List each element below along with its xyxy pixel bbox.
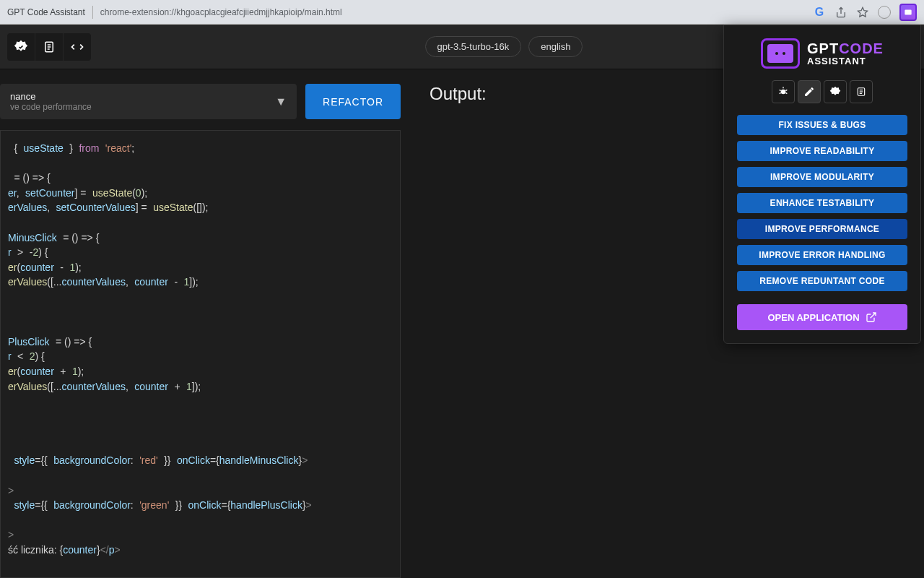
star-icon[interactable] bbox=[856, 6, 869, 19]
tab-title: GPT Code Assistant bbox=[7, 7, 85, 17]
url-text: chrome-extension://khgoacplacgieafcjiied… bbox=[100, 7, 806, 17]
verified-mode-icon[interactable] bbox=[7, 33, 35, 61]
improve-readability-button[interactable]: IMPROVE READABILITY bbox=[737, 141, 907, 161]
logo-robot-icon bbox=[761, 38, 800, 69]
profile-icon[interactable] bbox=[878, 6, 891, 19]
dropdown-text: nance ve code performance bbox=[10, 91, 92, 112]
document-mode-icon[interactable] bbox=[35, 33, 63, 61]
bug-icon[interactable] bbox=[772, 80, 795, 103]
input-column: nance ve code performance ▼ REFACTOR { u… bbox=[0, 84, 401, 578]
svg-line-10 bbox=[780, 92, 781, 93]
extension-logo: GPTCODE ASSISTANT bbox=[737, 38, 907, 69]
improve-performance-button[interactable]: IMPROVE PERFORMANCE bbox=[737, 219, 907, 239]
list-icon[interactable] bbox=[850, 80, 873, 103]
extension-mode-icons bbox=[737, 80, 907, 103]
logo-text: GPTCODE ASSISTANT bbox=[807, 41, 884, 66]
action-dropdown[interactable]: nance ve code performance ▼ bbox=[0, 84, 297, 119]
code-editor[interactable]: { useState } from 'react'; = () => { er,… bbox=[0, 130, 401, 578]
language-selector[interactable]: english bbox=[528, 36, 583, 57]
share-icon[interactable] bbox=[834, 6, 847, 19]
svg-rect-1 bbox=[905, 9, 911, 14]
svg-marker-0 bbox=[858, 7, 867, 17]
improve-error-handling-button[interactable]: IMPROVE ERROR HANDLING bbox=[737, 245, 907, 265]
logo-code-text: CODE bbox=[839, 40, 884, 56]
code-mode-icon[interactable] bbox=[64, 33, 91, 61]
edit-icon[interactable] bbox=[798, 80, 821, 103]
google-icon[interactable]: G bbox=[813, 6, 826, 19]
logo-gpt-text: GPT bbox=[807, 40, 839, 56]
model-selector[interactable]: gpt-3.5-turbo-16k bbox=[425, 36, 522, 57]
svg-line-8 bbox=[780, 90, 781, 90]
extension-popup: GPTCODE ASSISTANT FIX ISSUES & BUGS IMPR… bbox=[723, 25, 921, 344]
verified-icon[interactable] bbox=[824, 80, 847, 103]
external-link-icon bbox=[866, 311, 877, 323]
enhance-testability-button[interactable]: ENHANCE TESTABILITY bbox=[737, 193, 907, 213]
open-app-label: OPEN APPLICATION bbox=[767, 312, 859, 323]
logo-assistant-text: ASSISTANT bbox=[807, 56, 884, 66]
extension-icon[interactable] bbox=[899, 4, 917, 21]
chevron-down-icon: ▼ bbox=[275, 95, 287, 108]
open-application-button[interactable]: OPEN APPLICATION bbox=[737, 304, 907, 330]
svg-point-6 bbox=[781, 90, 786, 95]
dropdown-label: nance bbox=[10, 91, 92, 102]
browser-action-icons: G bbox=[813, 4, 917, 21]
fix-issues-button[interactable]: FIX ISSUES & BUGS bbox=[737, 115, 907, 135]
toolbar-mode-group bbox=[7, 33, 91, 61]
action-row: nance ve code performance ▼ REFACTOR bbox=[0, 84, 401, 119]
svg-line-9 bbox=[785, 90, 787, 90]
svg-line-11 bbox=[785, 92, 787, 93]
remove-redundant-code-button[interactable]: REMOVE REDUNTANT CODE bbox=[737, 271, 907, 291]
action-list: FIX ISSUES & BUGS IMPROVE READABILITY IM… bbox=[737, 115, 907, 291]
divider bbox=[92, 6, 93, 19]
dropdown-subtitle: ve code performance bbox=[10, 102, 92, 112]
improve-modularity-button[interactable]: IMPROVE MODULARITY bbox=[737, 167, 907, 187]
refactor-button[interactable]: REFACTOR bbox=[305, 84, 401, 119]
browser-address-bar: GPT Code Assistant chrome-extension://kh… bbox=[0, 0, 924, 25]
